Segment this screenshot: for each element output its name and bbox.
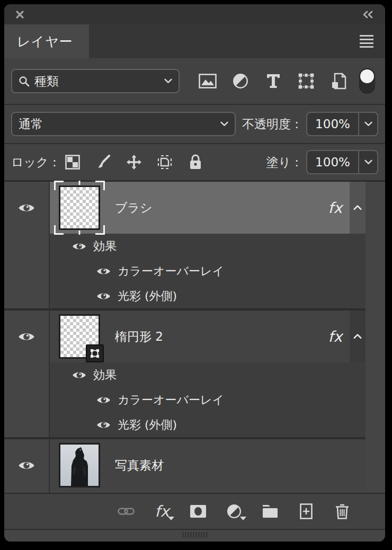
eye-icon <box>18 331 35 342</box>
dropdown-triangle-icon <box>240 517 246 520</box>
chevron-up-icon <box>353 334 362 339</box>
visibility-toggle[interactable] <box>4 182 49 234</box>
footer-toolbar: fx <box>4 493 385 529</box>
add-adjustment-layer-icon[interactable] <box>226 502 243 521</box>
layers-list: ブラシ fx 効果 カラーオーバーレイ 光彩 (外側) <box>4 182 385 493</box>
link-layers-icon[interactable] <box>118 502 135 521</box>
effect-label: カラーオーバーレイ <box>118 263 224 279</box>
visibility-toggle[interactable] <box>4 311 49 362</box>
blend-mode-value: 通常 <box>19 116 43 132</box>
lock-bar: ロック : <box>4 144 385 182</box>
layer-name[interactable]: ブラシ <box>115 200 153 216</box>
chevron-down-icon <box>164 78 172 84</box>
chevron-down-icon <box>220 121 228 127</box>
collapse-panel-icon[interactable] <box>362 11 373 19</box>
add-layer-style-icon[interactable]: fx <box>154 502 171 521</box>
eye-icon[interactable] <box>96 420 111 430</box>
eye-icon <box>18 460 35 471</box>
search-icon <box>19 76 30 87</box>
lock-position-icon[interactable] <box>126 154 142 171</box>
panel-bottom-strip <box>4 529 385 542</box>
layer-row-photo[interactable]: 写真素材 <box>4 439 366 491</box>
collapse-effects-button[interactable] <box>350 182 366 234</box>
opacity-label: 不透明度 : <box>242 116 299 132</box>
effect-row-outer-glow[interactable]: 光彩 (外側) <box>49 283 366 308</box>
new-layer-icon[interactable] <box>298 502 315 521</box>
effects-header-row[interactable]: 効果 <box>49 234 366 259</box>
lock-label: ロック : <box>11 154 57 171</box>
blend-bar: 通常 不透明度 : 100% <box>4 105 385 144</box>
photo-silhouette <box>60 445 99 486</box>
new-group-icon[interactable] <box>262 502 279 521</box>
adjustment-layer-filter-icon[interactable] <box>231 72 250 90</box>
collapse-effects-button[interactable] <box>350 311 366 362</box>
filter-bar: 種類 <box>4 58 385 105</box>
effects-title: 効果 <box>93 238 117 254</box>
layer-name[interactable]: 写真素材 <box>115 457 164 474</box>
layer-thumbnail[interactable] <box>59 314 100 359</box>
effect-label: 光彩 (外側) <box>118 288 177 304</box>
opacity-value[interactable]: 100% <box>307 113 358 135</box>
opacity-input[interactable]: 100% <box>306 112 378 136</box>
add-layer-mask-icon[interactable] <box>190 502 207 521</box>
eye-icon[interactable] <box>96 395 111 405</box>
panel-menu-icon[interactable] <box>360 35 373 48</box>
panel-titlebar <box>4 4 385 24</box>
delete-layer-icon[interactable] <box>334 502 351 521</box>
blend-mode-select[interactable]: 通常 <box>11 112 236 136</box>
panel-resize-grip[interactable] <box>182 532 207 538</box>
filter-kind-select[interactable]: 種類 <box>11 69 180 93</box>
dropdown-triangle-icon <box>168 517 174 520</box>
layer-thumbnail[interactable] <box>59 185 100 230</box>
filter-kind-label: 種類 <box>34 73 59 90</box>
effect-label: 光彩 (外側) <box>118 417 177 433</box>
fill-input[interactable]: 100% <box>306 150 378 174</box>
layer-group: ブラシ fx 効果 カラーオーバーレイ 光彩 (外側) <box>4 182 366 308</box>
effect-row-color-overlay[interactable]: カラーオーバーレイ <box>49 387 366 412</box>
fx-badge[interactable]: fx <box>328 199 342 217</box>
lock-transparent-pixels-icon[interactable] <box>64 154 81 171</box>
chevron-up-icon <box>353 205 362 210</box>
effect-row-outer-glow[interactable]: 光彩 (外側) <box>49 412 366 437</box>
lock-all-icon[interactable] <box>187 154 204 171</box>
smart-object-filter-icon[interactable] <box>330 72 348 90</box>
lock-image-pixels-icon[interactable] <box>95 154 112 171</box>
layer-row-brush[interactable]: ブラシ fx <box>4 182 366 234</box>
eye-icon <box>18 202 35 214</box>
visibility-toggle[interactable] <box>4 439 49 491</box>
effects-header-row[interactable]: 効果 <box>49 362 366 387</box>
layer-group: 楕円形 2 fx 効果 カラーオーバーレイ 光彩 (外側) <box>4 311 366 437</box>
eye-icon[interactable] <box>96 267 111 276</box>
fx-badge[interactable]: fx <box>328 328 342 345</box>
eye-icon[interactable] <box>96 291 111 301</box>
layer-filtering-toggle[interactable] <box>359 68 375 94</box>
shape-layer-badge <box>86 344 104 362</box>
effect-label: カラーオーバーレイ <box>118 392 224 408</box>
close-icon[interactable] <box>16 11 24 19</box>
fill-label: 塗り : <box>266 154 299 171</box>
eye-icon[interactable] <box>72 242 86 251</box>
chevron-down-icon[interactable] <box>358 151 377 173</box>
layer-name[interactable]: 楕円形 2 <box>115 329 163 345</box>
pixel-layer-filter-icon[interactable] <box>199 72 217 90</box>
fill-value[interactable]: 100% <box>307 151 358 173</box>
panel-tabbar: レイヤー <box>4 24 385 58</box>
effects-title: 効果 <box>93 367 117 383</box>
effect-row-color-overlay[interactable]: カラーオーバーレイ <box>49 259 366 283</box>
type-layer-filter-icon[interactable] <box>264 72 282 90</box>
shape-layer-filter-icon[interactable] <box>297 72 315 90</box>
layers-panel: レイヤー 種類 <box>4 4 385 542</box>
layer-row-ellipse[interactable]: 楕円形 2 fx <box>4 311 366 362</box>
layer-thumbnail[interactable] <box>59 443 100 487</box>
eye-icon[interactable] <box>72 370 86 380</box>
tab-layers[interactable]: レイヤー <box>4 24 89 58</box>
tab-layers-label: レイヤー <box>17 33 73 50</box>
lock-artboard-icon[interactable] <box>156 154 173 171</box>
chevron-down-icon[interactable] <box>358 113 377 135</box>
